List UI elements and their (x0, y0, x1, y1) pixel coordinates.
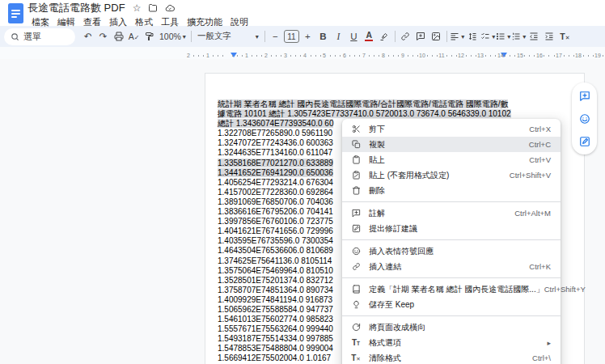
menu-item-shortcut: Ctrl+Shift+V (510, 171, 551, 180)
document-text-line[interactable]: 統計期 業者名稱 總計 國內長途電話國際電路/合計國際電路/電話電路 國際電路/… (218, 99, 511, 109)
underline-button[interactable]: U (346, 28, 362, 44)
chevron-down-icon: ▾ (183, 33, 186, 40)
align-dropdown[interactable]: ▾ (450, 28, 465, 44)
insert-image-button[interactable] (429, 28, 444, 44)
menubar-item-view[interactable]: 查看 (79, 15, 105, 29)
add-comment-button[interactable] (413, 28, 429, 44)
redo-button[interactable]: ↷ (95, 28, 111, 44)
menu-item-save-to-keep[interactable]: 儲存至 Keep (342, 297, 561, 312)
menu-item-define[interactable]: 定義「計期 業者名稱 總計 國內長途電話國際...」Ctrl+Shift+Y (342, 281, 561, 297)
menu-item-page-to-landscape[interactable]: 將頁面改成橫向 (342, 320, 561, 335)
ruler-tick (437, 55, 438, 57)
font-size-decrease-button[interactable]: − (268, 28, 283, 44)
menu-item-format-options[interactable]: TT格式選項▸ (342, 335, 561, 350)
menus-search-button[interactable]: 選單 (4, 28, 75, 45)
menu-item-comment[interactable]: 註解Ctrl+Alt+M (342, 205, 561, 221)
move-folder-icon[interactable] (148, 3, 158, 13)
ruler-tick (505, 55, 506, 57)
menu-item-label: 提出修訂建議 (369, 223, 417, 235)
ruler-tick (300, 55, 301, 57)
suggest-edits-button[interactable] (575, 132, 594, 150)
ruler-tick (388, 55, 389, 57)
menu-item-copy[interactable]: 複製Ctrl+C (342, 137, 561, 152)
numbered-list-dropdown[interactable]: ▾ (511, 28, 527, 44)
numbered-list-icon (511, 32, 521, 41)
increase-indent-button[interactable] (542, 28, 557, 44)
bulleted-list-dropdown[interactable]: ▾ (496, 28, 511, 44)
paste-icon (351, 155, 361, 164)
ruler-tick (256, 55, 257, 57)
menubar-item-extensions[interactable]: 擴充功能 (183, 15, 226, 29)
clear-format-icon: T✕ (351, 353, 361, 362)
text-color-button[interactable]: A (362, 28, 377, 44)
checklist-dropdown[interactable]: ▾ (480, 28, 496, 44)
image-icon (431, 32, 441, 41)
insert-link-button[interactable] (398, 28, 413, 44)
menu-item-label: 貼上 (不套用格式設定) (369, 170, 449, 181)
paint-format-button[interactable] (142, 28, 157, 44)
ruler-tick (398, 55, 399, 57)
toolbar-separator (395, 31, 396, 42)
print-button[interactable] (111, 28, 126, 44)
indent-icon (544, 32, 554, 41)
clear-formatting-button[interactable]: T✕ (557, 28, 573, 44)
rotate-page-icon (351, 323, 361, 332)
ruler-number: 9 (401, 53, 404, 58)
emoji-reaction-button[interactable] (575, 109, 594, 128)
ruler-tick (330, 55, 331, 57)
undo-button[interactable]: ↶ (80, 28, 95, 44)
menubar-item-format[interactable]: 格式 (131, 15, 157, 29)
decrease-indent-button[interactable] (527, 28, 542, 44)
menu-item-label: 插入連結 (369, 261, 401, 273)
ruler-tick (485, 55, 486, 57)
paste-plain-icon (351, 171, 361, 180)
ruler-tick (446, 55, 447, 57)
ruler-tick (408, 55, 408, 57)
docs-logo-icon[interactable] (8, 3, 23, 23)
menu-item-shortcut: Ctrl+Shift+Y (544, 285, 586, 294)
menu-item-label: 將頁面改成橫向 (369, 322, 425, 333)
font-size-increase-button[interactable]: + (300, 28, 315, 44)
menu-item-insert-emoji-reaction[interactable]: 插入表情符號回應 (342, 243, 561, 259)
ruler-tick (417, 55, 418, 57)
ruler-tick (276, 55, 277, 57)
menu-item-clear-formatting[interactable]: T✕清除格式Ctrl+\ (342, 350, 561, 364)
menu-item-insert-link[interactable]: 插入連結Ctrl+K (342, 259, 561, 274)
spellcheck-button[interactable]: A✓ (126, 28, 142, 44)
ruler-tick (471, 55, 472, 57)
ruler-tick (427, 55, 428, 57)
menubar-item-file[interactable]: 檔案 (28, 15, 53, 29)
ruler-tick (193, 55, 194, 57)
zoom-dropdown[interactable]: 100%▾ (157, 28, 188, 44)
menu-item-paste-without-formatting[interactable]: 貼上 (不套用格式設定)Ctrl+Shift+V (342, 167, 561, 183)
star-icon[interactable]: ☆ (133, 3, 142, 13)
ruler-tick (369, 55, 370, 57)
bold-button[interactable]: B (315, 28, 331, 44)
document-text-line[interactable]: 據電路 10101 總計 1.3057423E77337410.0 572001… (218, 109, 511, 119)
menu-item-paste[interactable]: 貼上Ctrl+V (342, 152, 561, 167)
menubar-item-edit[interactable]: 編輯 (53, 15, 79, 29)
menubar-item-help[interactable]: 說明 (226, 15, 252, 29)
ruler-tick (379, 55, 379, 57)
search-label: 選單 (23, 31, 41, 43)
menu-item-suggest-edits[interactable]: 提出修訂建議 (342, 221, 561, 236)
italic-button[interactable]: I (331, 28, 346, 44)
ruler-tick (569, 55, 569, 57)
emoji-icon (351, 247, 361, 256)
menu-item-delete[interactable]: 刪除 (342, 183, 561, 198)
ruler-tick (242, 55, 243, 57)
menu-separator (342, 239, 561, 240)
menubar-item-insert[interactable]: 插入 (105, 15, 131, 29)
add-comment-button[interactable] (575, 87, 594, 105)
font-size-input[interactable]: 11 (284, 30, 299, 43)
bulleted-list-icon (496, 32, 506, 41)
menu-item-shortcut: Ctrl+V (529, 155, 551, 164)
paragraph-styles-dropdown[interactable]: 一般文字▾ (194, 28, 262, 44)
highlight-color-button[interactable] (377, 28, 392, 44)
menubar-item-tools[interactable]: 工具 (157, 15, 183, 29)
doc-title[interactable]: 長途電話電路數 PDF (28, 1, 125, 15)
cloud-status-icon[interactable] (165, 3, 175, 13)
ruler-tick (290, 55, 291, 57)
line-spacing-button[interactable] (465, 28, 480, 44)
menu-item-cut[interactable]: 剪下Ctrl+X (342, 121, 561, 137)
